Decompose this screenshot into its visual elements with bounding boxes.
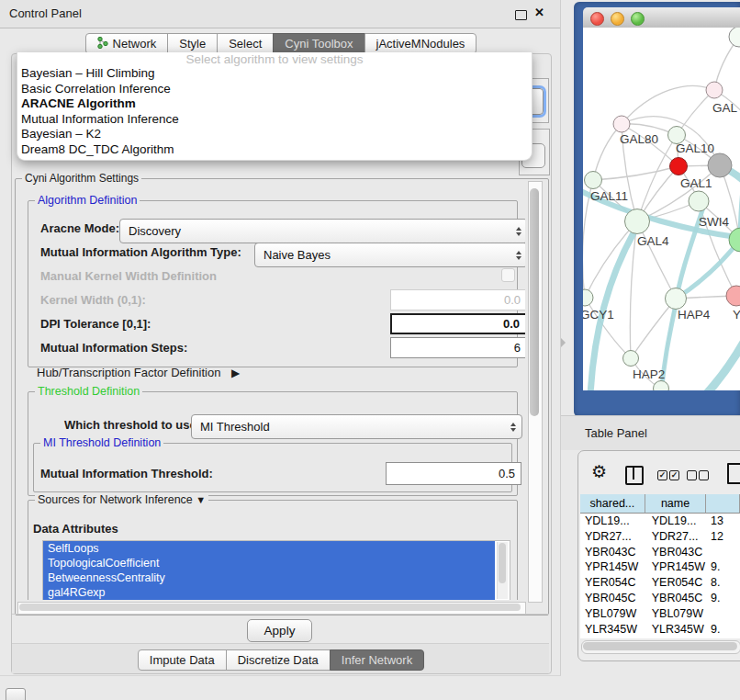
aracne-mode-combo[interactable]: Discovery (119, 219, 525, 243)
node-swi4[interactable] (689, 191, 709, 211)
node-gal80[interactable] (613, 116, 630, 132)
node-gal-partial[interactable] (706, 82, 723, 98)
algorithm-popup-prompt: Select algorithm to view settings (17, 52, 532, 66)
node-gray[interactable] (708, 153, 732, 177)
algorithm-option[interactable]: Basic Correlation Inference (17, 82, 532, 97)
node-swi4-label: SWI4 (699, 215, 729, 229)
mi-steps-field[interactable]: 6 (390, 337, 525, 358)
tab-label: Infer Network (342, 653, 412, 667)
hub-definition-toggle[interactable]: Hub/Transcription Factor Definition ▶ (37, 366, 240, 379)
attributes-scrollbar[interactable] (497, 542, 508, 599)
table-cell: YPR145W (580, 559, 645, 575)
hub-definition-label: Hub/Transcription Factor Definition (37, 366, 220, 379)
deselect-all-icon[interactable] (687, 470, 697, 480)
network-edge[interactable] (593, 166, 678, 180)
tab-discretize-data[interactable]: Discretize Data (226, 649, 331, 671)
algorithm-option[interactable]: Dream8 DC_TDC Algorithm (17, 142, 532, 158)
which-threshold-combo[interactable]: MI Threshold (191, 414, 522, 439)
algorithm-option[interactable]: Bayesian – Hill Climbing (17, 66, 532, 82)
node-gcy1[interactable] (583, 289, 593, 306)
network-window-titlebar[interactable] (583, 7, 740, 28)
node-bottom-partial[interactable] (654, 381, 669, 391)
node-y-partial[interactable] (726, 286, 740, 306)
algorithm-option[interactable]: Bayesian – K2 (17, 127, 532, 142)
control-panel: Control Panel ✕ NetworkStyleSelectCyni T… (0, 0, 561, 676)
collapsed-panel-icon[interactable] (6, 688, 26, 700)
tab-jactivemnodules[interactable]: jActiveMNodules (364, 33, 477, 54)
table-row[interactable]: YER054CYER054C8. (580, 575, 740, 591)
table-row[interactable]: YBL079WYBL079W (580, 606, 740, 622)
table-row[interactable]: YDL19...YDL19...13 (580, 514, 740, 529)
network-edge-strong[interactable] (671, 323, 740, 390)
table-header-row[interactable]: shared...name (580, 494, 740, 514)
table-row[interactable]: YBR045CYBR045C9. (580, 591, 740, 606)
sources-group-title[interactable]: Sources for Network Inference ▼ (35, 493, 208, 506)
node-top-partial[interactable] (729, 28, 740, 47)
deselect-all-icon[interactable] (699, 470, 709, 480)
table-scroll-thumb[interactable] (583, 642, 737, 650)
dpi-tolerance-label: DPI Tolerance [0,1]: (40, 317, 151, 331)
vertical-scroll-thumb[interactable] (530, 188, 539, 416)
table-row[interactable]: YBR043CYBR043C (580, 545, 740, 560)
table-row[interactable]: YLR345WYLR345W9. (580, 622, 740, 638)
table-header-cell[interactable] (706, 494, 740, 514)
node-hap4[interactable] (666, 288, 687, 310)
select-all-check-icon[interactable]: ✓ (657, 470, 667, 480)
manual-kernel-width-checkbox[interactable] (501, 268, 515, 282)
node-hap2[interactable] (623, 351, 639, 367)
close-traffic-light-icon[interactable] (590, 12, 604, 26)
attribute-list-item[interactable]: BetweennessCentrality (43, 570, 495, 585)
horizontal-scroll-thumb[interactable] (19, 604, 521, 611)
tab-label: Impute Data (150, 653, 215, 667)
node-attribute-table[interactable]: shared...name YDL19...YDL19...13YDR27...… (580, 494, 740, 638)
table-row[interactable]: YPR145WYPR145W9. (580, 559, 740, 575)
minimize-traffic-light-icon[interactable] (611, 12, 624, 26)
attribute-list-item[interactable]: gal4RGexp (43, 585, 495, 600)
float-window-icon[interactable] (515, 10, 527, 20)
node-gal11[interactable] (585, 172, 602, 189)
gear-icon[interactable]: ⚙ (591, 463, 607, 480)
tab-cyni-toolbox[interactable]: Cyni Toolbox (273, 33, 364, 54)
tab-impute-data[interactable]: Impute Data (138, 649, 227, 671)
close-icon[interactable]: ✕ (534, 6, 544, 19)
table-row[interactable]: YDR27...YDR27...12 (580, 529, 740, 545)
table-cell (706, 606, 740, 622)
network-tab-icon (97, 37, 108, 51)
algorithm-option[interactable]: Mutual Information Inference (17, 112, 532, 128)
node-gal10-label: GAL10 (676, 141, 714, 155)
table-horizontal-scrollbar[interactable] (581, 640, 740, 654)
network-edge[interactable] (593, 124, 622, 180)
columns-icon[interactable] (625, 466, 644, 485)
table-header-cell[interactable]: shared... (580, 494, 645, 514)
zoom-traffic-light-icon[interactable] (631, 12, 645, 26)
attribute-list-item[interactable]: SelfLoops (43, 541, 495, 556)
kernel-width-field[interactable]: 0.0 (390, 289, 525, 310)
node-gal4[interactable] (625, 209, 650, 234)
application-window: Control Panel ✕ NetworkStyleSelectCyni T… (0, 0, 740, 700)
table-header-cell[interactable]: name (645, 494, 706, 514)
tab-label: jActiveMNodules (376, 37, 465, 51)
tab-infer-network[interactable]: Infer Network (330, 649, 424, 671)
attribute-list-item[interactable]: TopologicalCoefficient (43, 556, 495, 570)
network-edge[interactable] (637, 221, 676, 299)
algorithm-option[interactable]: ARACNE Algorithm (17, 96, 532, 112)
network-canvas[interactable]: GALGAL80GAL10GAL1GAL11SWI4GAL4GCY1HAP4YH… (583, 28, 740, 390)
select-all-check-icon[interactable]: ✓ (669, 470, 679, 480)
table-row[interactable]: YIL052CYIL052C9 (580, 637, 740, 638)
splitter-grip-icon[interactable] (561, 338, 566, 347)
tab-label: Network (113, 37, 157, 51)
network-edge[interactable] (585, 298, 631, 358)
settings-vertical-scrollbar[interactable] (528, 181, 543, 603)
mi-algorithm-type-combo[interactable]: Naive Bayes (254, 243, 525, 267)
tab-select[interactable]: Select (217, 33, 274, 54)
dpi-tolerance-field[interactable]: 0.0 (390, 313, 525, 334)
node-hap4-label: HAP4 (678, 308, 711, 322)
settings-horizontal-scrollbar[interactable] (17, 602, 526, 615)
mi-threshold-field[interactable]: 0.5 (386, 462, 521, 485)
tab-network[interactable]: Network (85, 33, 169, 54)
export-table-icon[interactable] (727, 463, 740, 484)
node-gal1[interactable] (670, 158, 688, 175)
data-attributes-list[interactable]: SelfLoopsTopologicalCoefficientBetweenne… (42, 540, 510, 600)
tab-style[interactable]: Style (167, 33, 218, 54)
apply-button[interactable]: Apply (247, 619, 312, 642)
